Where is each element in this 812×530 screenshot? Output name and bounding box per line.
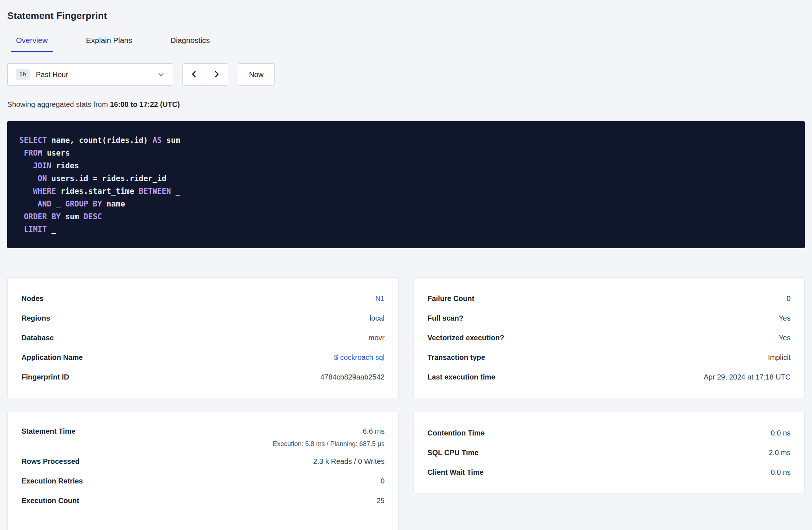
sql-keyword: JOIN bbox=[33, 161, 52, 170]
sql-text bbox=[19, 174, 38, 183]
tab-list: Overview Explain Plans Diagnostics bbox=[7, 32, 805, 52]
sql-line: FROM users bbox=[19, 147, 793, 160]
statement-details-card: NodesN1RegionslocalDatabasemovrApplicati… bbox=[7, 277, 399, 398]
stat-value-wrap: 6.6 msExecution: 5.8 ms / Planning: 687.… bbox=[273, 423, 385, 451]
stat-label: Statement Time bbox=[21, 423, 76, 439]
chevron-right-icon bbox=[213, 70, 221, 79]
stat-value-wrap: N1 bbox=[375, 294, 385, 303]
stat-value: 2.3 k Reads / 0 Writes bbox=[313, 457, 385, 466]
stat-label: Transaction type bbox=[427, 353, 485, 362]
time-stats-card: Contention Time0.0 nsSQL CPU Time2.0 msC… bbox=[413, 412, 805, 493]
sql-text: sum bbox=[61, 212, 84, 221]
sql-text: rides bbox=[52, 161, 79, 170]
row-vectorized-execution: Vectorized execution?Yes bbox=[427, 328, 791, 348]
stat-value-wrap: 0.0 ns bbox=[771, 429, 791, 437]
sql-text: _ bbox=[171, 187, 180, 196]
time-range-dropdown[interactable]: 1h Past Hour bbox=[7, 63, 173, 86]
stat-value: Apr 29, 2024 at 17:18 UTC bbox=[704, 373, 791, 381]
previous-interval-button[interactable] bbox=[182, 63, 205, 86]
tab-explain-plans[interactable]: Explain Plans bbox=[81, 32, 137, 52]
stat-value-wrap: Yes bbox=[779, 314, 791, 322]
sql-keyword: BETWEEN bbox=[139, 187, 171, 196]
execution-attributes-card: Failure Count0Full scan?YesVectorized ex… bbox=[413, 277, 805, 398]
stat-value-wrap: Yes bbox=[779, 334, 791, 342]
sql-text bbox=[19, 200, 38, 208]
sql-line: ORDER BY sum DESC bbox=[19, 210, 793, 223]
sql-line: ON users.id = rides.rider_id bbox=[19, 172, 793, 185]
sql-keyword: ON bbox=[38, 174, 47, 183]
sql-line: LIMIT _ bbox=[19, 223, 793, 236]
stat-label: Regions bbox=[21, 314, 50, 322]
sql-text: name, count(rides.id) bbox=[47, 136, 153, 145]
now-button[interactable]: Now bbox=[238, 63, 275, 86]
tab-overview[interactable]: Overview bbox=[11, 32, 53, 52]
stat-label: SQL CPU Time bbox=[427, 449, 478, 457]
sql-text: _ bbox=[52, 200, 65, 208]
row-last-execution-time: Last execution timeApr 29, 2024 at 17:18… bbox=[427, 367, 791, 387]
chevron-left-icon bbox=[190, 70, 198, 79]
sql-keyword: ORDER BY bbox=[24, 212, 61, 221]
status-prefix: Showing aggregated stats from bbox=[7, 100, 110, 108]
sql-text: rides.start_time bbox=[56, 187, 139, 196]
statement-fingerprint-page: Statement Fingerprint Overview Explain P… bbox=[0, 0, 812, 530]
page-title: Statement Fingerprint bbox=[7, 10, 805, 21]
row-fingerprint-id: Fingerprint ID4784cb829aab2542 bbox=[21, 367, 385, 387]
sql-keyword: DESC bbox=[84, 212, 102, 221]
stat-label: Execution Count bbox=[21, 497, 79, 505]
row-statement-time: Statement Time6.6 msExecution: 5.8 ms / … bbox=[21, 423, 385, 451]
time-controls: 1h Past Hour Now bbox=[7, 63, 805, 86]
stat-value: 0.0 ns bbox=[771, 468, 791, 477]
next-interval-button[interactable] bbox=[205, 63, 228, 86]
stat-label: Contention Time bbox=[427, 429, 485, 437]
stat-value: Yes bbox=[779, 334, 791, 342]
stat-value-wrap: movr bbox=[369, 334, 385, 342]
stat-label: Nodes bbox=[21, 294, 44, 303]
aggregation-status: Showing aggregated stats from 16:00 to 1… bbox=[7, 100, 805, 109]
stat-label: Database bbox=[21, 334, 54, 342]
row-full-scan: Full scan?Yes bbox=[427, 308, 791, 328]
stat-value-wrap: 0 bbox=[381, 477, 385, 485]
stat-value: 0 bbox=[787, 294, 791, 303]
stat-value: 25 bbox=[377, 497, 385, 505]
sql-keyword: GROUP BY bbox=[65, 200, 102, 208]
sql-line: SELECT name, count(rides.id) AS sum bbox=[19, 134, 793, 147]
stat-value-wrap: Implicit bbox=[768, 353, 791, 362]
stat-value-link[interactable]: $ cockroach sql bbox=[334, 353, 385, 362]
sql-text: users.id = rides.rider_id bbox=[47, 174, 166, 183]
stat-value-wrap: 25 bbox=[377, 497, 385, 505]
stat-label: Application Name bbox=[21, 353, 83, 362]
stat-value: 4784cb829aab2542 bbox=[320, 373, 385, 381]
stat-value: Yes bbox=[779, 314, 791, 322]
stat-value-wrap: local bbox=[370, 314, 385, 322]
chevron-down-icon bbox=[157, 71, 165, 78]
statement-stats-card: Statement Time6.6 msExecution: 5.8 ms / … bbox=[7, 412, 399, 530]
interval-badge: 1h bbox=[16, 69, 30, 80]
stat-label: Vectorized execution? bbox=[427, 334, 504, 342]
stat-value-wrap: 0 bbox=[787, 294, 791, 303]
stat-label: Execution Retries bbox=[21, 477, 83, 485]
sql-keyword: WHERE bbox=[33, 187, 56, 196]
row-rows-processed: Rows Processed2.3 k Reads / 0 Writes bbox=[21, 451, 385, 471]
row-execution-count: Execution Count25 bbox=[21, 491, 385, 510]
row-nodes: NodesN1 bbox=[21, 289, 385, 308]
stat-value: 6.6 ms bbox=[273, 423, 385, 439]
tab-diagnostics[interactable]: Diagnostics bbox=[165, 32, 215, 52]
stat-label: Last execution time bbox=[427, 373, 495, 381]
sql-text bbox=[19, 149, 24, 157]
sql-text: name bbox=[102, 200, 125, 208]
sql-statement-box: SELECT name, count(rides.id) AS sum FROM… bbox=[7, 121, 805, 248]
row-database: Databasemovr bbox=[21, 328, 385, 348]
row-regions: Regionslocal bbox=[21, 308, 385, 328]
row-contention-time: Contention Time0.0 ns bbox=[427, 423, 791, 443]
sql-text bbox=[19, 225, 24, 234]
stat-value-link[interactable]: N1 bbox=[375, 294, 385, 303]
sql-keyword: AS bbox=[153, 136, 162, 145]
stat-subvalue: Execution: 5.8 ms / Planning: 687.5 µs bbox=[273, 439, 385, 449]
sql-text bbox=[19, 212, 24, 221]
stat-value: 0 bbox=[381, 477, 385, 485]
row-application-name: Application Name$ cockroach sql bbox=[21, 348, 385, 367]
tab-bar: Overview Explain Plans Diagnostics bbox=[0, 32, 812, 52]
sql-text bbox=[19, 187, 33, 196]
stat-value-wrap: 2.3 k Reads / 0 Writes bbox=[313, 457, 385, 466]
sql-line: JOIN rides bbox=[19, 160, 793, 172]
